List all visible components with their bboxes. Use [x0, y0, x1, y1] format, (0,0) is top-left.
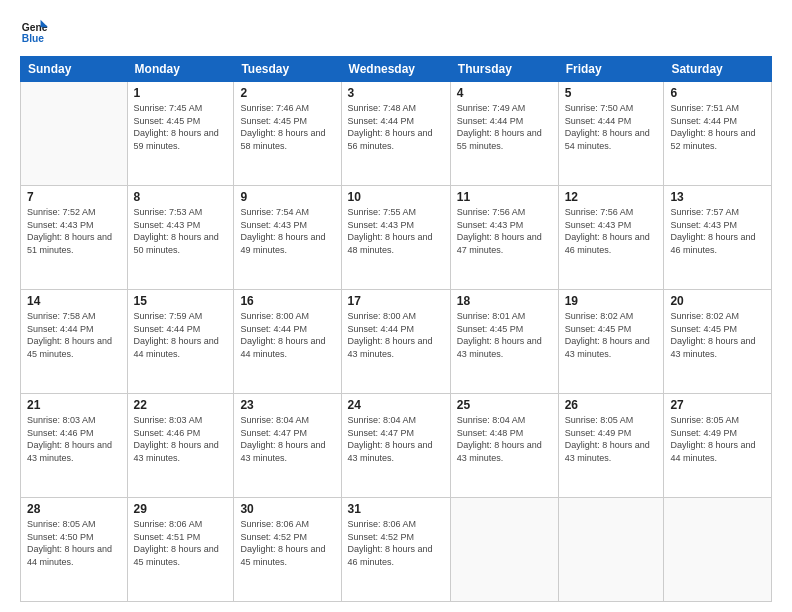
day-info: Sunrise: 8:03 AMSunset: 4:46 PMDaylight:…	[134, 414, 228, 464]
day-number: 1	[134, 86, 228, 100]
weekday-header-sunday: Sunday	[21, 57, 128, 82]
calendar-cell: 15Sunrise: 7:59 AMSunset: 4:44 PMDayligh…	[127, 290, 234, 394]
day-number: 24	[348, 398, 444, 412]
calendar-cell: 5Sunrise: 7:50 AMSunset: 4:44 PMDaylight…	[558, 82, 664, 186]
calendar-cell: 19Sunrise: 8:02 AMSunset: 4:45 PMDayligh…	[558, 290, 664, 394]
day-info: Sunrise: 8:06 AMSunset: 4:52 PMDaylight:…	[240, 518, 334, 568]
weekday-header-wednesday: Wednesday	[341, 57, 450, 82]
svg-text:Blue: Blue	[22, 33, 45, 44]
day-number: 9	[240, 190, 334, 204]
calendar-cell: 21Sunrise: 8:03 AMSunset: 4:46 PMDayligh…	[21, 394, 128, 498]
calendar-cell: 10Sunrise: 7:55 AMSunset: 4:43 PMDayligh…	[341, 186, 450, 290]
calendar-cell: 25Sunrise: 8:04 AMSunset: 4:48 PMDayligh…	[450, 394, 558, 498]
calendar-cell: 20Sunrise: 8:02 AMSunset: 4:45 PMDayligh…	[664, 290, 772, 394]
day-info: Sunrise: 8:06 AMSunset: 4:52 PMDaylight:…	[348, 518, 444, 568]
calendar-cell: 31Sunrise: 8:06 AMSunset: 4:52 PMDayligh…	[341, 498, 450, 602]
weekday-header-thursday: Thursday	[450, 57, 558, 82]
calendar-cell: 24Sunrise: 8:04 AMSunset: 4:47 PMDayligh…	[341, 394, 450, 498]
day-number: 26	[565, 398, 658, 412]
day-info: Sunrise: 8:02 AMSunset: 4:45 PMDaylight:…	[670, 310, 765, 360]
day-number: 7	[27, 190, 121, 204]
day-info: Sunrise: 8:03 AMSunset: 4:46 PMDaylight:…	[27, 414, 121, 464]
calendar-cell: 14Sunrise: 7:58 AMSunset: 4:44 PMDayligh…	[21, 290, 128, 394]
day-info: Sunrise: 8:01 AMSunset: 4:45 PMDaylight:…	[457, 310, 552, 360]
calendar-cell: 11Sunrise: 7:56 AMSunset: 4:43 PMDayligh…	[450, 186, 558, 290]
day-info: Sunrise: 8:04 AMSunset: 4:47 PMDaylight:…	[240, 414, 334, 464]
day-number: 22	[134, 398, 228, 412]
day-number: 20	[670, 294, 765, 308]
day-info: Sunrise: 7:53 AMSunset: 4:43 PMDaylight:…	[134, 206, 228, 256]
day-info: Sunrise: 8:06 AMSunset: 4:51 PMDaylight:…	[134, 518, 228, 568]
day-number: 31	[348, 502, 444, 516]
calendar-cell: 28Sunrise: 8:05 AMSunset: 4:50 PMDayligh…	[21, 498, 128, 602]
weekday-header-tuesday: Tuesday	[234, 57, 341, 82]
calendar-cell: 23Sunrise: 8:04 AMSunset: 4:47 PMDayligh…	[234, 394, 341, 498]
day-info: Sunrise: 8:05 AMSunset: 4:49 PMDaylight:…	[670, 414, 765, 464]
day-number: 29	[134, 502, 228, 516]
calendar-cell: 1Sunrise: 7:45 AMSunset: 4:45 PMDaylight…	[127, 82, 234, 186]
day-info: Sunrise: 7:58 AMSunset: 4:44 PMDaylight:…	[27, 310, 121, 360]
day-number: 23	[240, 398, 334, 412]
calendar-table: SundayMondayTuesdayWednesdayThursdayFrid…	[20, 56, 772, 602]
calendar-cell: 4Sunrise: 7:49 AMSunset: 4:44 PMDaylight…	[450, 82, 558, 186]
calendar-cell	[450, 498, 558, 602]
day-number: 8	[134, 190, 228, 204]
logo: General Blue	[20, 18, 50, 46]
day-number: 6	[670, 86, 765, 100]
day-info: Sunrise: 8:04 AMSunset: 4:48 PMDaylight:…	[457, 414, 552, 464]
day-info: Sunrise: 7:49 AMSunset: 4:44 PMDaylight:…	[457, 102, 552, 152]
day-info: Sunrise: 7:45 AMSunset: 4:45 PMDaylight:…	[134, 102, 228, 152]
calendar-cell: 6Sunrise: 7:51 AMSunset: 4:44 PMDaylight…	[664, 82, 772, 186]
calendar-cell: 3Sunrise: 7:48 AMSunset: 4:44 PMDaylight…	[341, 82, 450, 186]
day-info: Sunrise: 7:55 AMSunset: 4:43 PMDaylight:…	[348, 206, 444, 256]
day-info: Sunrise: 8:04 AMSunset: 4:47 PMDaylight:…	[348, 414, 444, 464]
day-number: 10	[348, 190, 444, 204]
day-info: Sunrise: 7:57 AMSunset: 4:43 PMDaylight:…	[670, 206, 765, 256]
day-info: Sunrise: 7:48 AMSunset: 4:44 PMDaylight:…	[348, 102, 444, 152]
day-number: 2	[240, 86, 334, 100]
day-info: Sunrise: 7:59 AMSunset: 4:44 PMDaylight:…	[134, 310, 228, 360]
weekday-header-monday: Monday	[127, 57, 234, 82]
day-number: 27	[670, 398, 765, 412]
day-number: 16	[240, 294, 334, 308]
day-number: 13	[670, 190, 765, 204]
day-number: 25	[457, 398, 552, 412]
day-info: Sunrise: 7:54 AMSunset: 4:43 PMDaylight:…	[240, 206, 334, 256]
calendar-cell: 29Sunrise: 8:06 AMSunset: 4:51 PMDayligh…	[127, 498, 234, 602]
day-info: Sunrise: 7:56 AMSunset: 4:43 PMDaylight:…	[457, 206, 552, 256]
day-number: 21	[27, 398, 121, 412]
calendar-cell: 9Sunrise: 7:54 AMSunset: 4:43 PMDaylight…	[234, 186, 341, 290]
day-info: Sunrise: 8:02 AMSunset: 4:45 PMDaylight:…	[565, 310, 658, 360]
day-info: Sunrise: 8:00 AMSunset: 4:44 PMDaylight:…	[348, 310, 444, 360]
calendar-cell	[21, 82, 128, 186]
day-number: 18	[457, 294, 552, 308]
day-number: 11	[457, 190, 552, 204]
calendar-cell: 7Sunrise: 7:52 AMSunset: 4:43 PMDaylight…	[21, 186, 128, 290]
day-number: 12	[565, 190, 658, 204]
calendar-cell: 8Sunrise: 7:53 AMSunset: 4:43 PMDaylight…	[127, 186, 234, 290]
day-info: Sunrise: 7:50 AMSunset: 4:44 PMDaylight:…	[565, 102, 658, 152]
day-info: Sunrise: 7:52 AMSunset: 4:43 PMDaylight:…	[27, 206, 121, 256]
day-info: Sunrise: 7:56 AMSunset: 4:43 PMDaylight:…	[565, 206, 658, 256]
weekday-header-friday: Friday	[558, 57, 664, 82]
calendar-cell: 12Sunrise: 7:56 AMSunset: 4:43 PMDayligh…	[558, 186, 664, 290]
day-info: Sunrise: 8:05 AMSunset: 4:49 PMDaylight:…	[565, 414, 658, 464]
day-number: 5	[565, 86, 658, 100]
day-number: 30	[240, 502, 334, 516]
day-info: Sunrise: 8:05 AMSunset: 4:50 PMDaylight:…	[27, 518, 121, 568]
day-info: Sunrise: 7:46 AMSunset: 4:45 PMDaylight:…	[240, 102, 334, 152]
day-number: 4	[457, 86, 552, 100]
day-number: 14	[27, 294, 121, 308]
day-info: Sunrise: 8:00 AMSunset: 4:44 PMDaylight:…	[240, 310, 334, 360]
calendar-cell: 13Sunrise: 7:57 AMSunset: 4:43 PMDayligh…	[664, 186, 772, 290]
calendar-cell: 2Sunrise: 7:46 AMSunset: 4:45 PMDaylight…	[234, 82, 341, 186]
calendar-cell: 30Sunrise: 8:06 AMSunset: 4:52 PMDayligh…	[234, 498, 341, 602]
calendar-cell: 26Sunrise: 8:05 AMSunset: 4:49 PMDayligh…	[558, 394, 664, 498]
calendar-cell: 27Sunrise: 8:05 AMSunset: 4:49 PMDayligh…	[664, 394, 772, 498]
calendar-cell	[558, 498, 664, 602]
day-number: 19	[565, 294, 658, 308]
day-info: Sunrise: 7:51 AMSunset: 4:44 PMDaylight:…	[670, 102, 765, 152]
day-number: 17	[348, 294, 444, 308]
calendar-cell: 16Sunrise: 8:00 AMSunset: 4:44 PMDayligh…	[234, 290, 341, 394]
day-number: 28	[27, 502, 121, 516]
